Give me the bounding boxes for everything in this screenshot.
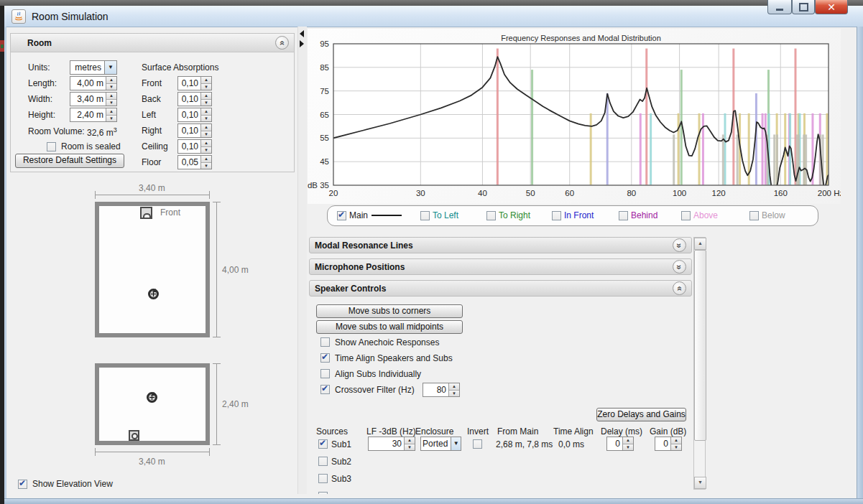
legend-checkbox-to-right[interactable] [486,211,496,220]
zero-delays-gains-button[interactable]: Zero Delays and Gains [596,408,686,421]
gain-spinner-value[interactable]: 0 [655,437,670,450]
restore-defaults-button[interactable]: Restore Default Settings [15,154,124,168]
sections-scrollbar[interactable]: ▲ ▼ [693,237,706,490]
spin-down-icon[interactable]: ▼ [201,163,211,169]
lf-spinner-spin-buttons: ▲▼ [404,437,415,450]
main-speaker-icon[interactable] [140,207,152,219]
absorption-spinner-back-value[interactable]: 0,10 [178,93,200,106]
units-dropdown[interactable]: metres ▼ [70,60,117,75]
width-spinner-value[interactable]: 3,40 m [70,93,106,106]
surface-absorptions-title: Surface Absorptions [142,62,218,73]
sub-elevation-icon[interactable] [129,430,139,441]
collapse-left-arrow-icon[interactable] [300,30,304,37]
legend-checkbox-to-left[interactable] [420,211,430,220]
svg-text:120: 120 [712,189,726,197]
scroll-up-icon[interactable]: ▲ [694,238,706,250]
move-subs-corners-button[interactable]: Move subs to corners [316,304,463,318]
legend-checkbox-behind[interactable] [619,211,628,220]
spin-up-icon[interactable]: ▲ [201,77,211,84]
chevron-down-icon[interactable]: » [673,260,686,274]
invert-checkbox[interactable] [473,439,482,449]
spin-up-icon[interactable]: ▲ [201,93,211,100]
length-label: Length: [28,78,57,88]
speaker-checkbox-2[interactable] [320,369,330,378]
spin-up-icon[interactable]: ▲ [201,108,211,116]
spin-up-icon[interactable]: ▲ [671,437,681,444]
spin-up-icon[interactable]: ▲ [201,156,211,163]
spin-up-icon[interactable]: ▲ [106,108,116,116]
spin-down-icon[interactable]: ▼ [201,100,211,106]
dropdown-arrow-icon[interactable]: ▼ [451,437,461,450]
legend-checkbox-in-front[interactable] [552,211,561,220]
source-checkbox-sub2[interactable] [318,457,328,466]
spin-down-icon[interactable]: ▼ [405,444,415,451]
delay-spinner-value[interactable]: 0 [607,437,622,450]
absorption-spinner-ceiling-value[interactable]: 0,10 [178,140,200,153]
chevron-up-icon[interactable]: » [673,281,686,295]
enclosure-dropdown[interactable]: Ported▼ [420,437,461,451]
dropdown-arrow-icon[interactable]: ▼ [104,61,116,74]
legend-checkbox-below[interactable] [749,211,759,220]
spin-down-icon[interactable]: ▼ [106,100,116,106]
minimize-icon [776,9,783,11]
legend-checkbox-above[interactable] [681,211,691,220]
spin-up-icon[interactable]: ▲ [449,383,459,391]
absorption-spinner-floor-value[interactable]: 0,05 [178,156,200,169]
source-checkbox-sub1[interactable] [318,439,328,449]
absorption-spinner-left-value[interactable]: 0,10 [178,108,200,121]
expand-right-arrow-icon[interactable] [300,40,304,47]
lf-spinner-value[interactable]: 30 [369,437,404,450]
spin-up-icon[interactable]: ▲ [106,93,116,100]
spin-down-icon[interactable]: ▼ [201,147,211,154]
legend-item-above: Above [681,210,718,220]
spin-down-icon[interactable]: ▼ [623,444,633,451]
java-coffee-icon [14,11,24,22]
spin-down-icon[interactable]: ▼ [201,116,211,122]
show-elevation-checkbox[interactable] [18,480,27,489]
spin-down-icon[interactable]: ▼ [671,444,681,451]
spin-up-icon[interactable]: ▲ [405,437,415,444]
absorption-label-right: Right [142,126,162,136]
room-panel-header[interactable]: Room » [11,34,294,52]
spin-up-icon[interactable]: ▲ [201,140,211,147]
source-checkbox-sub3[interactable] [318,474,328,483]
spin-down-icon[interactable]: ▼ [106,84,116,90]
sources-header-0: Sources [316,426,348,437]
scroll-down-icon[interactable]: ▼ [694,477,706,489]
scroll-thumb[interactable] [694,250,706,441]
spin-up-icon[interactable]: ▲ [201,124,211,131]
length-spinner-value[interactable]: 4,00 m [70,77,106,90]
height-spinner-value[interactable]: 2,40 m [70,108,106,121]
spin-down-icon[interactable]: ▼ [201,131,211,138]
spin-up-icon[interactable]: ▲ [623,437,633,444]
room-sealed-checkbox[interactable] [47,142,56,151]
listener-elevation-icon[interactable] [147,392,157,403]
section-bar-microphone-positions[interactable]: Microphone Positions» [309,258,692,275]
speaker-checkbox-1[interactable] [320,353,330,363]
sub4-checkbox-partial[interactable] [318,492,328,494]
chevron-down-icon[interactable]: » [673,238,686,252]
move-subs-midpoints-button[interactable]: Move subs to wall midpoints [316,320,463,334]
split-divider[interactable] [297,27,307,494]
speaker-checkbox-0[interactable] [320,337,330,347]
spin-down-icon[interactable]: ▼ [449,391,459,397]
close-button[interactable]: ✕ [815,0,848,14]
listener-icon[interactable] [148,289,159,299]
spin-down-icon[interactable]: ▼ [106,116,116,122]
legend-checkbox-main[interactable] [337,211,346,220]
title-bar[interactable]: Room Simulation [4,6,863,27]
spin-down-icon[interactable]: ▼ [201,84,211,90]
speaker-checkbox-3[interactable] [320,385,330,394]
absorption-label-back: Back [142,94,161,104]
absorption-spinner-front-value[interactable]: 0,10 [178,77,200,90]
minimize-button[interactable] [767,0,792,14]
collapse-chevron-icon[interactable]: » [275,36,289,50]
crossover-spinner-value[interactable]: 80 [423,383,448,396]
elevation-width-dim-label: 3,40 m [139,457,165,467]
absorption-spinner-right-value[interactable]: 0,10 [178,124,200,137]
maximize-button[interactable] [792,0,815,14]
legend-label: To Left [433,210,458,220]
section-bar-speaker-controls[interactable]: Speaker Controls» [309,280,692,297]
section-bar-modal-resonance-lines[interactable]: Modal Resonance Lines» [309,237,692,253]
spin-up-icon[interactable]: ▲ [106,77,116,84]
